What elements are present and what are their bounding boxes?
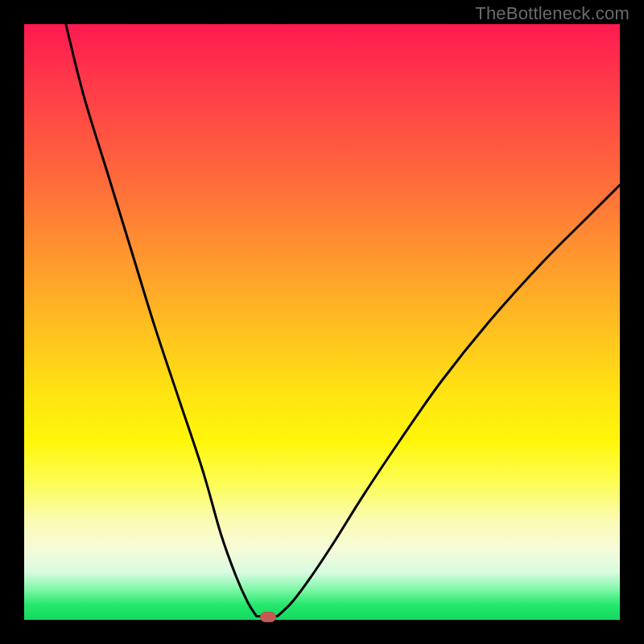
watermark-text: TheBottleneck.com xyxy=(475,3,630,24)
bottleneck-curve xyxy=(24,24,620,620)
optimum-marker xyxy=(260,612,276,622)
chart-frame: TheBottleneck.com xyxy=(0,0,644,644)
plot-area-border xyxy=(24,24,620,620)
